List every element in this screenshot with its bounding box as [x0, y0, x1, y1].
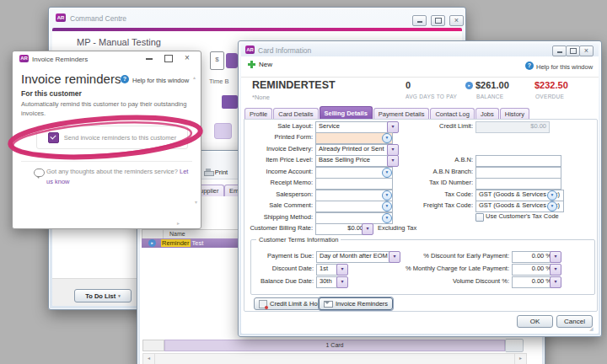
customer-billing-rate-field[interactable]: $0.00	[315, 223, 367, 235]
invoice-reminders-button[interactable]: Invoice Reminders	[319, 297, 393, 310]
name-column-header[interactable]: Name	[169, 231, 185, 237]
field-label: Tax Code:	[368, 190, 473, 200]
field-label: % Discount for Early Payment:	[336, 251, 509, 261]
tab-card-details[interactable]: Card Details	[273, 108, 318, 120]
balance-label: BALANCE	[476, 94, 503, 99]
send-reminders-label: Send invoice reminders to this customer	[64, 134, 176, 142]
balance-drilldown-icon[interactable]: ▸	[465, 82, 473, 89]
maximize-icon[interactable]	[566, 46, 580, 56]
overdue-value: $232.50	[534, 80, 568, 90]
print-button[interactable]: Print	[202, 167, 229, 177]
time-billing-label: Time B	[209, 78, 228, 85]
record-count-bar: 1 Card	[164, 340, 505, 351]
app-logo: AR	[245, 46, 255, 54]
lookup-icon[interactable]	[382, 133, 392, 143]
close-icon[interactable]	[449, 15, 464, 26]
tab-jobs[interactable]: Jobs	[475, 108, 499, 120]
card-row-name-rest: Test	[191, 239, 203, 247]
tab-contact-log[interactable]: Contact Log	[430, 108, 474, 120]
early-discount-field[interactable]: 0.00 %	[512, 251, 555, 263]
field-label: Discount Date:	[251, 264, 314, 274]
abn-field[interactable]	[475, 155, 561, 167]
record-count-corner-cell	[142, 340, 164, 351]
lookup-icon[interactable]	[382, 213, 392, 223]
minimize-icon[interactable]	[412, 15, 427, 26]
dialog-titlebar[interactable]: AR Invoice Reminders ×	[13, 51, 201, 66]
minimize-icon[interactable]	[146, 58, 153, 60]
card-information-titlebar[interactable]: AR Card Information	[241, 44, 599, 56]
card-information-body: AR Card Information New ? Help for this …	[241, 44, 599, 334]
dropdown-icon[interactable]	[550, 276, 561, 288]
dropdown-icon[interactable]	[387, 144, 399, 156]
credit-limit-hold-button[interactable]: Credit Limit & Hold	[254, 297, 328, 310]
late-charge-field[interactable]: 0.00 %	[512, 264, 555, 276]
scroll-corner-button[interactable]	[505, 339, 524, 352]
zoom-arrow-icon[interactable]: ▸	[148, 239, 156, 247]
tab-history[interactable]: History	[500, 108, 529, 120]
lookup-icon[interactable]	[547, 201, 557, 211]
field-label: Freight Tax Code:	[368, 201, 473, 211]
dialog-subheading: For this customer	[21, 89, 82, 98]
checkbox-checked-icon[interactable]	[48, 132, 59, 143]
field-label: Printed Form:	[241, 132, 313, 142]
print-label: Print	[215, 169, 228, 176]
minimize-icon[interactable]	[552, 46, 567, 56]
lookup-icon[interactable]	[547, 190, 557, 201]
avg-days-value: 0	[406, 80, 411, 90]
credit-limit-hold-label: Credit Limit & Hold	[270, 300, 323, 308]
horizontal-scrollbar[interactable]: ◂ ▸	[142, 353, 527, 364]
window-title: Card Information	[258, 46, 311, 55]
card-name: REMINDERTEST	[252, 79, 336, 91]
command-centre-titlebar[interactable]: AR Command Centre	[49, 8, 465, 28]
new-button[interactable]: New	[248, 61, 272, 68]
invoice-reminders-label: Invoice Reminders	[336, 300, 388, 308]
scroll-right-icon[interactable]: ▸	[514, 354, 526, 364]
divider	[21, 161, 192, 162]
resize-grip[interactable]: ◢	[589, 325, 594, 331]
cancel-button[interactable]: Cancel	[556, 315, 593, 328]
help-icon[interactable]: ?	[121, 75, 129, 83]
invoice-delivery-field[interactable]: Already Printed or Sent	[315, 144, 393, 156]
field-label: Sale Layout:	[241, 121, 313, 131]
dropdown-icon[interactable]	[362, 223, 373, 235]
card-subname: *None	[252, 94, 270, 101]
feedback-text: Got any thoughts about the reminders ser…	[46, 167, 193, 186]
help-link[interactable]: Help for this window	[536, 63, 593, 71]
chevron-down-icon: ▾	[118, 293, 121, 298]
help-link[interactable]: Help for this window	[132, 77, 189, 84]
maximize-icon[interactable]	[431, 15, 445, 26]
new-plus-icon	[248, 61, 255, 68]
volume-discount-field[interactable]: 0.00 %	[512, 276, 555, 288]
scroll-up-icon[interactable]: ▴	[193, 75, 196, 80]
close-icon[interactable]: ×	[185, 53, 190, 62]
time-billing-icon[interactable]: $	[210, 51, 224, 70]
abn-branch-field[interactable]	[475, 167, 561, 179]
customer-terms-legend: Customer Terms Information	[256, 236, 341, 244]
company-file-heading: MP - Manual Testing	[77, 37, 161, 47]
overdue-label: OVERDUE	[535, 94, 564, 99]
scroll-down-icon[interactable]: ▾	[195, 200, 197, 205]
ok-button[interactable]: OK	[517, 315, 553, 328]
scroll-left-icon[interactable]: ◂	[143, 354, 155, 364]
field-label: Income Account:	[241, 167, 313, 177]
tax-id-number-field[interactable]	[475, 178, 561, 190]
field-label: Item Price Level:	[241, 155, 313, 165]
excluding-tax-label: Excluding Tax	[378, 223, 416, 233]
dropdown-icon[interactable]	[550, 251, 561, 263]
use-customer-tax-code-label: Use Customer's Tax Code	[486, 211, 559, 222]
help-icon[interactable]: ?	[525, 62, 534, 70]
close-icon[interactable]	[579, 46, 594, 56]
dialog-title: Invoice Reminders	[32, 56, 88, 63]
tab-payment-details[interactable]: Payment Details	[373, 108, 430, 120]
tab-selling-details[interactable]: Selling Details	[320, 106, 373, 120]
brand-accent-stripe	[52, 28, 462, 31]
use-customer-tax-code-checkbox[interactable]	[475, 213, 484, 222]
field-label: % Monthly Charge for Late Payment:	[336, 264, 509, 274]
todo-list-button[interactable]: To Do List ▾	[74, 289, 132, 302]
scroll-right-icon[interactable]: ▸	[177, 221, 180, 226]
app-logo: AR	[19, 55, 29, 62]
send-reminders-toggle[interactable]: Send invoice reminders to this customer	[36, 126, 188, 149]
maximize-icon[interactable]	[164, 55, 173, 62]
dropdown-icon[interactable]	[550, 264, 561, 276]
tab-profile[interactable]: Profile	[244, 108, 272, 120]
